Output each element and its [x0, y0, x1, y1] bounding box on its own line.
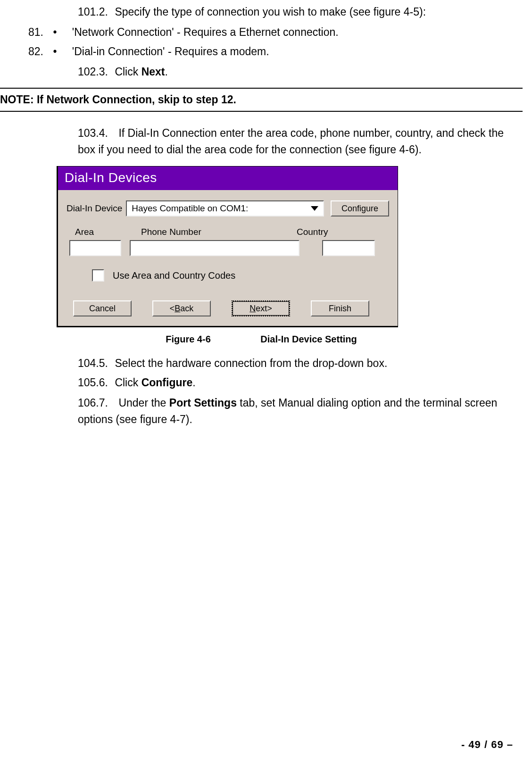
step-text: If Dial-In Connection enter the area cod…: [78, 127, 504, 156]
step-num: 106.7.: [78, 395, 116, 411]
step-text-pre: Under the: [118, 397, 169, 409]
use-codes-row: Use Area and Country Codes: [92, 269, 389, 282]
step-text-pre: Click: [115, 376, 141, 389]
area-input[interactable]: [69, 240, 121, 256]
device-select[interactable]: Hayes Compatible on COM1:: [126, 200, 324, 216]
step-text: Select the hardware connection from the …: [115, 357, 387, 369]
next-underline: N: [249, 304, 256, 314]
step-num: 104.5.: [78, 356, 112, 371]
back-prefix: <: [170, 304, 175, 314]
country-input[interactable]: [322, 240, 375, 256]
bullet-text: 'Dial-in Connection' - Requires a modem.: [72, 45, 269, 58]
back-underline: B: [175, 304, 180, 314]
device-select-value: Hayes Compatible on COM1:: [132, 203, 306, 214]
step-num: 102.3.: [78, 65, 112, 79]
configure-button[interactable]: Configure: [331, 200, 389, 216]
figure-caption: Figure 4-6 Dial-In Device Setting: [0, 334, 523, 345]
figure-id: Figure 4-6: [166, 334, 211, 345]
step-text-post: .: [192, 376, 195, 389]
page-footer: - 49 / 69 –: [461, 739, 513, 751]
next-button[interactable]: Next>: [232, 300, 290, 316]
dialog-body: Dial-In Device Hayes Compatible on COM1:…: [58, 190, 398, 326]
step-text-bold: Configure: [141, 376, 193, 389]
device-label: Dial-In Device: [66, 203, 122, 214]
chevron-down-icon: [311, 206, 318, 211]
step-103-4: 103.4. If Dial-In Connection enter the a…: [78, 125, 521, 158]
phone-label: Phone Number: [141, 227, 297, 237]
step-101-2: 101.2. Specify the type of connection yo…: [78, 5, 523, 19]
dial-in-dialog: Dial-In Devices Dial-In Device Hayes Com…: [57, 166, 398, 327]
bullet-dot: •: [53, 45, 69, 58]
field-inputs: [69, 240, 389, 256]
country-label: Country: [297, 227, 328, 237]
bullet-82: 82. • 'Dial-in Connection' - Requires a …: [28, 45, 523, 58]
back-button[interactable]: <Back: [152, 300, 211, 316]
note-text: NOTE: If Network Connection, skip to ste…: [0, 93, 523, 106]
dialog-titlebar: Dial-In Devices: [58, 166, 398, 190]
area-label: Area: [75, 227, 141, 237]
step-105-6: 105.6. Click Configure.: [78, 375, 523, 390]
finish-button[interactable]: Finish: [311, 300, 369, 316]
step-104-5: 104.5. Select the hardware connection fr…: [78, 356, 523, 371]
bullet-num: 82.: [28, 45, 50, 58]
step-text-bold: Next: [141, 66, 165, 78]
step-num: 105.6.: [78, 375, 112, 390]
step-num: 101.2.: [78, 5, 112, 19]
figure-title: Dial-In Device Setting: [260, 334, 357, 344]
field-labels: Area Phone Number Country: [75, 227, 389, 237]
step-text: Specify the type of connection you wish …: [115, 6, 426, 18]
step-text-bold: Port Settings: [169, 397, 237, 409]
bullet-text: 'Network Connection' - Requires a Ethern…: [72, 26, 339, 38]
back-rest: ack: [180, 304, 193, 314]
step-102-3: 102.3. Click Next.: [78, 65, 523, 79]
step-text-post: .: [165, 66, 167, 78]
next-rest: ext>: [256, 304, 272, 314]
bullet-num: 81.: [28, 26, 50, 39]
use-codes-checkbox[interactable]: [92, 269, 104, 282]
use-codes-label: Use Area and Country Codes: [113, 270, 235, 281]
note-box: NOTE: If Network Connection, skip to ste…: [0, 88, 523, 112]
bullet-dot: •: [53, 26, 69, 39]
step-106-7: 106.7. Under the Port Settings tab, set …: [78, 395, 521, 427]
dialog-buttons: Cancel <Back Next> Finish: [73, 300, 389, 316]
step-text-pre: Click: [115, 66, 141, 78]
bullet-81: 81. • 'Network Connection' - Requires a …: [28, 26, 523, 39]
cancel-button[interactable]: Cancel: [73, 300, 132, 316]
device-row: Dial-In Device Hayes Compatible on COM1:…: [66, 200, 389, 216]
phone-input[interactable]: [130, 240, 299, 256]
step-num: 103.4.: [78, 125, 116, 141]
